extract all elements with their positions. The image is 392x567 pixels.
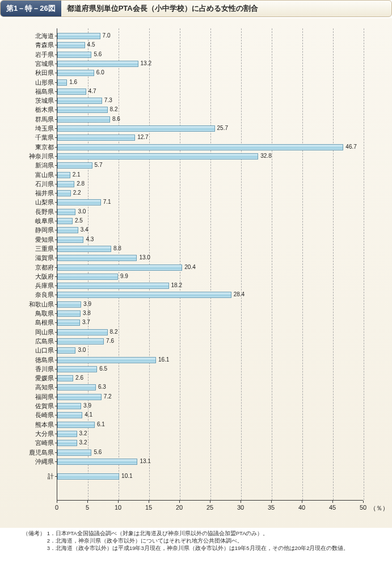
bar-row: 7.1 <box>57 198 363 207</box>
bar-row: 18.2 <box>57 281 363 291</box>
bar-value-label: 7.6 <box>106 338 114 344</box>
x-axis: 05101520253035404550（％） <box>57 501 372 518</box>
x-tick-label: 0 <box>55 504 58 511</box>
bar-row: 13.0 <box>57 253 363 263</box>
x-tick-label: 40 <box>298 504 305 511</box>
category-label: 佐賀県 <box>35 402 54 410</box>
bar <box>57 274 118 280</box>
bar <box>57 190 71 196</box>
category-label: 大阪府 <box>35 272 54 281</box>
bar-row: 16.1 <box>57 355 363 365</box>
category-label: 広島県 <box>35 337 54 346</box>
bar-row: 20.4 <box>57 263 363 272</box>
bar-row: 6.3 <box>57 383 363 392</box>
category-label: 新潟県 <box>35 161 54 170</box>
bar-value-label: 13.0 <box>139 254 150 261</box>
category-label: 大分県 <box>35 430 54 438</box>
category-label: 岡山県 <box>35 328 54 337</box>
bar-value-label: 3.4 <box>81 226 88 233</box>
bar-value-label: 20.4 <box>184 264 195 270</box>
category-label: 滋賀県 <box>35 254 54 262</box>
bar <box>57 357 156 363</box>
bar <box>57 459 137 465</box>
bar <box>57 246 111 252</box>
bar-value-label: 32.8 <box>260 153 271 159</box>
bar-row: 7.2 <box>57 392 363 402</box>
bar-row: 3.9 <box>57 401 363 411</box>
category-label: 福井県 <box>35 189 54 198</box>
category-label: 長野県 <box>35 208 54 216</box>
bar-row: 3.7 <box>57 318 363 327</box>
bar-row: 5.6 <box>57 50 363 60</box>
bar-value-label: 46.7 <box>345 144 356 150</box>
bar-row: 3.2 <box>57 429 363 439</box>
x-unit-label: （％） <box>370 504 389 513</box>
bar <box>57 412 82 418</box>
bar-value-label: 3.2 <box>79 439 87 446</box>
figure-number: 第1－特－26図 <box>1 1 61 16</box>
plot-area: 7.04.55.613.26.01.64.77.38.28.625.712.74… <box>57 28 363 501</box>
bar-value-label: 7.0 <box>103 32 111 39</box>
bar <box>57 422 95 428</box>
note-line: 3．北海道（政令市以外）は平成19年3月現在，神奈川県（政令市以外）は19年5月… <box>47 545 349 551</box>
bar-value-label: 3.7 <box>82 319 90 325</box>
bar <box>57 89 86 95</box>
category-label: 沖縄県 <box>35 457 54 466</box>
bar <box>57 98 102 104</box>
category-label: 京都府 <box>35 263 54 272</box>
bar-row: 46.7 <box>57 142 363 152</box>
bar <box>57 61 138 67</box>
category-label: 神奈川県 <box>29 152 54 161</box>
x-tick-label: 15 <box>145 504 152 511</box>
note-line: 2．北海道，神奈川県（政令市以外）についてはそれぞれ地方公共団体調べ。 <box>47 537 243 544</box>
bar-row: 4.7 <box>57 87 363 96</box>
bar <box>57 329 108 335</box>
bar <box>57 450 91 456</box>
category-label: 富山県 <box>35 171 54 179</box>
bar-row: 6.1 <box>57 420 363 430</box>
bar-value-label: 2.5 <box>75 217 83 224</box>
category-label: 鳥取県 <box>35 309 54 318</box>
bar-row: 6.5 <box>57 364 363 374</box>
category-label: 宮崎県 <box>35 439 54 447</box>
bar-row: 8.8 <box>57 244 363 254</box>
bar-value-label: 3.2 <box>79 430 87 436</box>
bar <box>57 116 110 123</box>
bar-value-label: 5.6 <box>94 51 102 57</box>
bar-value-label: 4.5 <box>87 41 95 48</box>
bar-row: 6.0 <box>57 68 363 78</box>
bar-row: 13.1 <box>57 457 363 467</box>
category-label: 福島県 <box>35 87 54 96</box>
category-label: 山梨県 <box>35 198 54 207</box>
bar-value-label: 13.1 <box>140 458 150 464</box>
bar-value-label: 12.7 <box>137 134 148 140</box>
bar-row: 28.4 <box>57 290 363 300</box>
bar-row: 5.6 <box>57 448 363 457</box>
bar <box>57 403 81 409</box>
bar-row: 5.7 <box>57 161 363 170</box>
bar-value-label: 9.9 <box>120 273 128 279</box>
bar <box>57 135 135 141</box>
bar-row: 8.6 <box>57 115 363 124</box>
bar-value-label: 7.2 <box>104 393 112 400</box>
note-line: 1．日本PTA全国協議会調べ（対象は北海道及び神奈川県以外の協議会加盟PTAのみ… <box>47 530 269 536</box>
category-label: 宮城県 <box>35 60 54 68</box>
bar <box>57 431 77 437</box>
bar <box>57 237 83 243</box>
bar-row: 2.2 <box>57 188 363 198</box>
bar-value-label: 4.3 <box>86 236 94 242</box>
category-label: 奈良県 <box>35 291 54 299</box>
x-tick-label: 20 <box>176 504 183 511</box>
category-label: 茨城県 <box>35 96 54 105</box>
bar-value-label: 5.7 <box>95 162 103 168</box>
bar <box>57 473 119 480</box>
bar <box>57 440 77 446</box>
x-tick-label: 35 <box>268 504 275 511</box>
bar-row: 10.1 <box>57 472 363 481</box>
bar <box>57 264 182 271</box>
bar <box>57 310 81 317</box>
bar-value-label: 18.2 <box>171 282 182 288</box>
bar-value-label: 6.5 <box>99 366 107 372</box>
bar <box>57 283 169 289</box>
bar <box>57 375 73 381</box>
